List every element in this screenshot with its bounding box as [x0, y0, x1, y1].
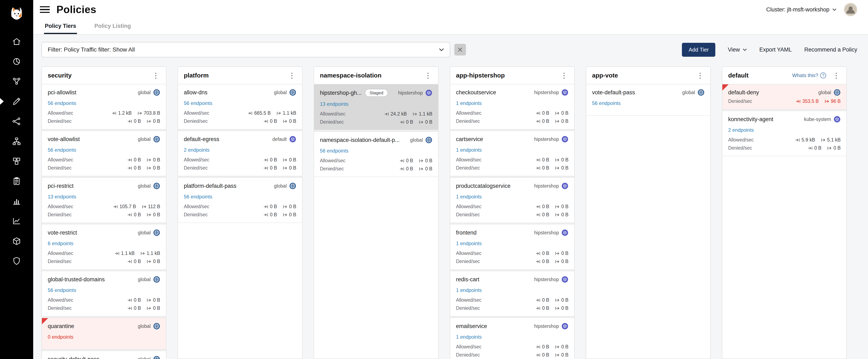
- policy-endpoints-link[interactable]: 56 endpoints: [184, 100, 212, 106]
- sidebar-item-workloads[interactable]: [0, 151, 33, 171]
- policy-name[interactable]: hipstershop-gh...: [320, 90, 362, 96]
- endpoints-row: 56 endpoints: [184, 192, 296, 200]
- sidebar-item-compliance[interactable]: [0, 171, 33, 191]
- policy-endpoints-link[interactable]: 56 endpoints: [48, 100, 76, 106]
- policy-card[interactable]: quarantine global 0 endpoints: [42, 316, 166, 349]
- traffic-filter-select[interactable]: Filter: Policy Traffic filter: Show All: [41, 42, 450, 57]
- tab-policy-listing[interactable]: Policy Listing: [94, 19, 132, 34]
- policy-card[interactable]: frontend hipstershop 1 endpoints Allowed…: [450, 222, 574, 269]
- policy-card[interactable]: pci-restrict global 13 endpoints Allowed: [42, 176, 166, 222]
- tier-menu-button[interactable]: ⋮: [150, 71, 162, 80]
- policy-endpoints-link[interactable]: 13 endpoints: [320, 101, 348, 107]
- policy-endpoints-link[interactable]: 1 endpoints: [456, 147, 482, 153]
- policy-endpoints-link[interactable]: 56 endpoints: [48, 287, 76, 293]
- policy-name[interactable]: default-egress: [184, 136, 219, 142]
- tier-policy-list: checkoutservice hipstershop 1 endpoints …: [450, 84, 574, 359]
- policy-name[interactable]: pci-restrict: [48, 183, 74, 189]
- policy-endpoints-link[interactable]: 1 endpoints: [456, 194, 482, 199]
- policy-endpoints-link[interactable]: 56 endpoints: [592, 100, 620, 106]
- policy-card[interactable]: allow-dns global 56 endpoints Allowed/se: [178, 84, 302, 129]
- policy-card-top: vote-default-pass global: [592, 89, 705, 96]
- policy-name[interactable]: allow-dns: [184, 89, 208, 96]
- policy-name[interactable]: konnectivity-agent: [728, 116, 773, 122]
- sidebar-item-network[interactable]: [0, 111, 33, 131]
- sidebar-item-home[interactable]: [0, 32, 33, 52]
- home-icon: [12, 37, 21, 46]
- sidebar-item-activity[interactable]: [0, 211, 33, 231]
- sidebar-item-images[interactable]: [0, 231, 33, 251]
- recommend-policy-button[interactable]: Recommend a Policy: [804, 47, 857, 53]
- policy-name[interactable]: quarantine: [48, 323, 74, 330]
- tier-menu-button[interactable]: ⋮: [830, 71, 842, 80]
- policy-card[interactable]: vote-allowlist global 56 endpoints Allow: [42, 129, 166, 176]
- policy-name[interactable]: security-default-pass: [48, 356, 99, 359]
- policy-card[interactable]: vote-default-pass global 56 endpoints: [586, 84, 710, 116]
- policy-name[interactable]: emailservice: [456, 323, 487, 330]
- policy-endpoints-link[interactable]: 1 endpoints: [456, 241, 482, 246]
- policy-endpoints-link[interactable]: 1 endpoints: [456, 100, 482, 106]
- policy-name[interactable]: productcatalogservice: [456, 183, 510, 189]
- clear-filter-button[interactable]: [454, 44, 466, 55]
- policy-endpoints-link[interactable]: 13 endpoints: [48, 194, 76, 199]
- export-yaml-button[interactable]: Export YAML: [759, 47, 792, 53]
- tab-policy-tiers[interactable]: Policy Tiers: [44, 19, 77, 34]
- sidebar-item-threat-defense[interactable]: [0, 251, 33, 271]
- policy-card[interactable]: vote-restrict global 6 endpoints Allowed: [42, 222, 166, 269]
- policy-card[interactable]: productcatalogservice hipstershop 1 endp…: [450, 176, 574, 222]
- policy-card[interactable]: cartservice hipstershop 1 endpoints Allo…: [450, 129, 574, 176]
- policy-card[interactable]: konnectivity-agent kube-system 2 endpoin…: [722, 109, 846, 156]
- policy-card[interactable]: default-deny global Denied/sec: [722, 84, 846, 109]
- add-tier-button[interactable]: Add Tier: [682, 43, 715, 57]
- policy-endpoints-link[interactable]: 1 endpoints: [456, 287, 482, 293]
- cluster-selector[interactable]: Cluster: jlt-msft-workshop: [766, 6, 836, 13]
- sidebar-item-policies[interactable]: [0, 91, 33, 111]
- sidebar-item-nodes[interactable]: [0, 131, 33, 151]
- policy-name[interactable]: frontend: [456, 229, 476, 236]
- policy-endpoints-link[interactable]: 2 endpoints: [184, 147, 210, 153]
- policy-card[interactable]: security-default-pass global: [42, 349, 166, 359]
- denied-ingress-value: 0 B: [542, 212, 549, 218]
- policy-card[interactable]: platform-default-pass global 56 endpoint…: [178, 176, 302, 223]
- global-scope-icon: [289, 183, 296, 190]
- calico-logo[interactable]: [8, 4, 25, 22]
- policy-name[interactable]: namespace-isolation-default-p...: [320, 137, 400, 143]
- policy-card[interactable]: pci-allowlist global 56 endpoints Allowe: [42, 84, 166, 129]
- policy-name[interactable]: vote-default-pass: [592, 89, 635, 96]
- whats-this-link[interactable]: Whats this? ?: [792, 73, 826, 78]
- sidebar-item-service-graph[interactable]: [0, 72, 33, 91]
- policy-card[interactable]: emailservice hipstershop 1 endpoints All…: [450, 316, 574, 359]
- policy-endpoints-link[interactable]: 56 endpoints: [184, 194, 212, 199]
- policy-card[interactable]: hipstershop-gh... Staged hipstershop 13 …: [314, 84, 438, 130]
- tier-menu-button[interactable]: ⋮: [286, 71, 298, 80]
- policy-card[interactable]: checkoutservice hipstershop 1 endpoints …: [450, 84, 574, 129]
- tier-menu-button[interactable]: ⋮: [558, 71, 570, 80]
- sidebar-item-reports[interactable]: [0, 191, 33, 211]
- policy-name[interactable]: checkoutservice: [456, 89, 496, 96]
- policy-endpoints-link[interactable]: 56 endpoints: [48, 147, 76, 153]
- policy-endpoints-link[interactable]: 6 endpoints: [48, 241, 73, 246]
- policy-name[interactable]: vote-allowlist: [48, 136, 80, 142]
- avatar[interactable]: [844, 3, 857, 16]
- policy-endpoints-link[interactable]: 0 endpoints: [48, 334, 73, 340]
- policy-endpoints-link[interactable]: 1 endpoints: [456, 334, 482, 340]
- policy-card[interactable]: namespace-isolation-default-p... global …: [314, 130, 438, 177]
- policy-name[interactable]: default-deny: [728, 89, 759, 96]
- policy-name[interactable]: global-trusted-domains: [48, 276, 105, 283]
- policy-name[interactable]: redis-cart: [456, 276, 479, 283]
- policy-card[interactable]: global-trusted-domains global 56 endpoin…: [42, 269, 166, 316]
- policy-card[interactable]: redis-cart hipstershop 1 endpoints Allow…: [450, 269, 574, 316]
- tier-menu-button[interactable]: ⋮: [694, 71, 706, 80]
- hamburger-menu-icon[interactable]: [40, 6, 50, 13]
- tier-menu-button[interactable]: ⋮: [422, 71, 434, 80]
- sidebar-item-dashboard[interactable]: [0, 52, 33, 72]
- policy-name[interactable]: vote-restrict: [48, 229, 77, 236]
- policy-name[interactable]: cartservice: [456, 136, 483, 142]
- policy-endpoints-link[interactable]: 2 endpoints: [728, 127, 754, 133]
- policy-card[interactable]: default-egress default 2 endpoints Allow…: [178, 129, 302, 176]
- alert-corner-icon: [42, 318, 48, 324]
- policy-name[interactable]: platform-default-pass: [184, 183, 237, 189]
- policy-card-top: checkoutservice hipstershop: [456, 89, 568, 96]
- policy-name[interactable]: pci-allowlist: [48, 89, 76, 96]
- view-button[interactable]: View: [728, 47, 747, 53]
- policy-endpoints-link[interactable]: 56 endpoints: [320, 148, 348, 154]
